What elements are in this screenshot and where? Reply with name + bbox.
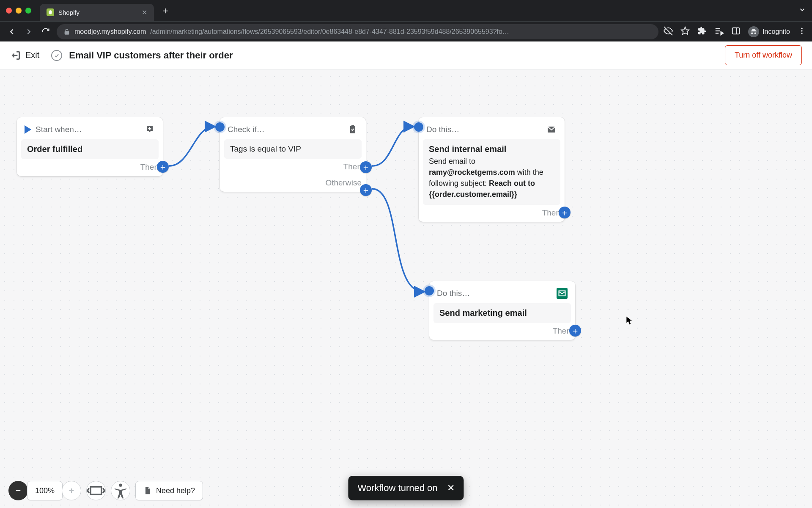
workflow-canvas[interactable]: Start when… Order fulfilled Then ＋ Check… <box>0 69 812 508</box>
browser-chrome: Shopify ✕ ＋ moodjoy.myshopify.com/admin/… <box>0 0 812 41</box>
zoom-level: 100% <box>27 486 62 495</box>
node-do2-head: Do this… <box>437 289 470 298</box>
close-window-icon[interactable] <box>6 8 12 14</box>
zoom-out-button[interactable] <box>8 481 28 500</box>
mail-icon <box>546 124 557 135</box>
shopify-favicon-icon <box>47 8 54 16</box>
node-do1-head: Do this… <box>426 125 459 134</box>
window-controls[interactable] <box>6 8 31 14</box>
node-start[interactable]: Start when… Order fulfilled Then ＋ <box>17 117 163 176</box>
url-path: /admin/marketing/automations/flows/26539… <box>150 28 509 36</box>
toolbar-actions: Incognito <box>664 26 806 37</box>
input-connector-icon <box>425 286 434 295</box>
inbox-icon <box>144 124 155 135</box>
add-branch-button[interactable]: ＋ <box>559 207 571 218</box>
turn-off-workflow-button[interactable]: Turn off workflow <box>725 45 802 65</box>
add-then-branch-button[interactable]: ＋ <box>360 161 372 173</box>
then-label: Then <box>553 326 571 336</box>
add-branch-button[interactable]: ＋ <box>569 325 581 337</box>
titlebar: Shopify ✕ ＋ <box>0 0 812 21</box>
zoom-in-button[interactable] <box>62 481 81 500</box>
kebab-menu-icon[interactable] <box>798 27 806 37</box>
node-start-head: Start when… <box>36 125 82 134</box>
svg-marker-5 <box>721 31 724 34</box>
svg-point-17 <box>119 484 122 487</box>
browser-tab[interactable]: Shopify ✕ <box>40 4 154 21</box>
node-do1-email: ramy@rocketgems.com <box>429 168 515 177</box>
extensions-icon[interactable] <box>697 26 707 37</box>
profile-label: Incognito <box>763 28 790 36</box>
tabs-overflow-icon[interactable] <box>798 6 806 15</box>
clipboard-check-icon <box>347 124 358 135</box>
url-host: moodjoy.myshopify.com <box>74 28 146 36</box>
browser-toolbar: moodjoy.myshopify.com/admin/marketing/au… <box>0 21 812 41</box>
eye-off-icon[interactable] <box>664 26 673 37</box>
new-tab-button[interactable]: ＋ <box>161 4 170 17</box>
mail-icon <box>557 288 568 299</box>
node-check-condition: Tags is equal to VIP <box>230 144 301 153</box>
input-connector-icon <box>215 122 225 132</box>
svg-point-10 <box>801 33 802 34</box>
incognito-icon <box>748 26 759 37</box>
minimize-window-icon[interactable] <box>16 8 22 14</box>
help-button[interactable]: Need help? <box>135 481 203 500</box>
cursor-icon <box>626 316 634 326</box>
input-connector-icon <box>414 122 423 132</box>
exit-icon <box>10 50 21 61</box>
svg-point-9 <box>801 30 802 31</box>
profile-button[interactable]: Incognito <box>748 26 790 37</box>
zoom-control: 100% <box>8 481 81 500</box>
forward-button[interactable] <box>23 26 35 38</box>
node-start-title: Order fulfilled <box>27 144 82 154</box>
node-do1-title: Send internal email <box>429 144 554 154</box>
exit-label: Exit <box>25 50 39 60</box>
lock-icon <box>63 28 70 35</box>
canvas-controls: 100% Need help? <box>8 481 203 500</box>
node-check-head: Check if… <box>228 125 265 134</box>
add-otherwise-branch-button[interactable]: ＋ <box>360 184 372 196</box>
play-icon <box>25 125 31 134</box>
svg-marker-1 <box>681 27 689 34</box>
address-bar[interactable]: moodjoy.myshopify.com/admin/marketing/au… <box>57 24 658 39</box>
back-button[interactable] <box>6 26 18 38</box>
star-icon[interactable] <box>680 26 690 37</box>
toast-message: Workflow turned on <box>357 483 437 494</box>
close-icon[interactable]: ✕ <box>447 483 455 494</box>
sidepanel-icon[interactable] <box>731 26 741 37</box>
svg-rect-6 <box>732 28 740 34</box>
tab-title: Shopify <box>58 9 137 16</box>
close-tab-icon[interactable]: ✕ <box>142 8 147 17</box>
then-label: Then <box>140 163 159 172</box>
status-check-icon <box>51 50 62 61</box>
exit-button[interactable]: Exit <box>10 50 39 61</box>
add-branch-button[interactable]: ＋ <box>157 161 169 173</box>
node-action-marketing-email[interactable]: Do this… Send marketing email Then ＋ <box>429 281 575 340</box>
app-header: Exit Email VIP customers after their ord… <box>0 41 812 69</box>
playlist-icon[interactable] <box>714 26 724 37</box>
workflow-title: Email VIP customers after their order <box>69 50 233 61</box>
maximize-window-icon[interactable] <box>25 8 31 14</box>
node-check[interactable]: Check if… Tags is equal to VIP Then Othe… <box>220 117 366 192</box>
node-do2-title: Send marketing email <box>439 308 527 318</box>
reload-button[interactable] <box>40 26 52 38</box>
svg-point-8 <box>801 28 802 29</box>
fit-view-button[interactable] <box>86 481 106 500</box>
otherwise-label: Otherwise <box>325 178 362 188</box>
toast: Workflow turned on ✕ <box>348 476 464 500</box>
document-icon <box>143 486 152 495</box>
then-label: Then <box>542 208 560 218</box>
then-label: Then <box>343 162 362 171</box>
node-do1-desc1: Send email to <box>429 157 475 166</box>
help-label: Need help? <box>156 486 195 495</box>
node-action-internal-email[interactable]: Do this… Send internal email Send email … <box>419 117 565 222</box>
svg-rect-16 <box>91 487 102 494</box>
accessibility-button[interactable] <box>111 481 130 500</box>
